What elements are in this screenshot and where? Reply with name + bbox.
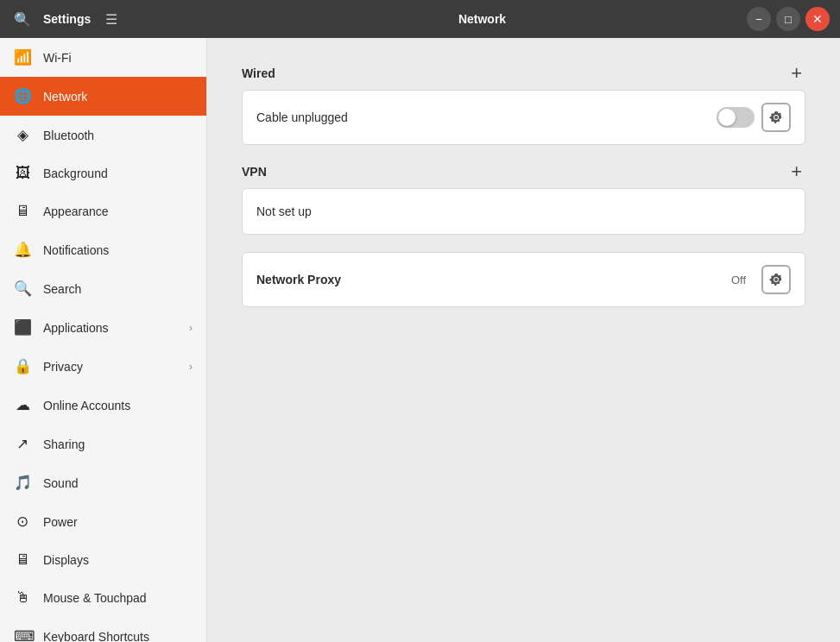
vpn-not-set-up-label: Not set up [256, 205, 791, 218]
cable-status-label: Cable unplugged [256, 110, 717, 124]
proxy-gear-icon [769, 273, 783, 286]
vpn-not-set-up-row: Not set up [243, 189, 805, 234]
gear-icon [769, 110, 783, 124]
wired-toggle[interactable] [717, 107, 755, 128]
sidebar-item-label: Appearance [43, 205, 193, 218]
titlebar-left: 🔍 Settings ☰ [10, 7, 218, 31]
proxy-status: Off [731, 274, 746, 286]
wifi-icon: 📶 [14, 48, 31, 66]
sidebar-item-appearance[interactable]: 🖥 Appearance [0, 192, 206, 230]
sidebar-item-label: Sound [43, 476, 193, 490]
sidebar-item-label: Notifications [43, 243, 193, 257]
wired-section-header: Wired + [242, 64, 805, 83]
sidebar-item-label: Mouse & Touchpad [43, 591, 193, 605]
main-layout: 📶 Wi-Fi 🌐 Network ◈ Bluetooth 🖼 Backgrou… [0, 38, 840, 642]
wired-add-button[interactable]: + [787, 64, 805, 83]
proxy-section: Network Proxy Off [242, 252, 805, 307]
wired-settings-button[interactable] [761, 103, 791, 132]
keyboard-icon: ⌨ [14, 627, 31, 642]
sidebar-item-label: Keyboard Shortcuts [43, 630, 193, 643]
sidebar-item-label: Power [43, 515, 193, 529]
sidebar-item-displays[interactable]: 🖥 Displays [0, 541, 206, 579]
sidebar: 📶 Wi-Fi 🌐 Network ◈ Bluetooth 🖼 Backgrou… [0, 38, 207, 642]
online-accounts-icon: ☁ [14, 396, 31, 414]
privacy-chevron: › [189, 361, 193, 373]
sidebar-item-keyboard-shortcuts[interactable]: ⌨ Keyboard Shortcuts [0, 617, 206, 642]
applications-chevron: › [189, 322, 193, 334]
search-nav-icon: 🔍 [14, 280, 31, 298]
titlebar-center: Network [218, 11, 747, 27]
sidebar-item-applications[interactable]: ⬛ Applications › [0, 308, 206, 347]
vpn-section-header: VPN + [242, 162, 805, 181]
sidebar-item-search[interactable]: 🔍 Search [0, 269, 206, 308]
sidebar-item-label: Search [43, 282, 193, 296]
sidebar-item-notifications[interactable]: 🔔 Notifications [0, 230, 206, 269]
notifications-icon: 🔔 [14, 241, 31, 259]
sidebar-item-background[interactable]: 🖼 Background [0, 154, 206, 192]
sidebar-item-label: Displays [43, 553, 193, 567]
displays-icon: 🖥 [14, 551, 31, 569]
sidebar-item-label: Bluetooth [43, 129, 193, 142]
app-title: Settings [43, 12, 91, 26]
proxy-label: Network Proxy [256, 273, 731, 286]
sidebar-item-label: Online Accounts [43, 399, 193, 412]
sound-icon: 🎵 [14, 474, 31, 492]
sidebar-item-label: Sharing [43, 437, 193, 451]
power-icon: ⊙ [14, 513, 31, 531]
bluetooth-icon: ◈ [14, 126, 31, 144]
sidebar-item-sound[interactable]: 🎵 Sound [0, 463, 206, 502]
sidebar-item-sharing[interactable]: ↗ Sharing [0, 425, 206, 463]
sidebar-item-privacy[interactable]: 🔒 Privacy › [0, 347, 206, 386]
sidebar-item-label: Privacy [43, 360, 177, 374]
proxy-card: Network Proxy Off [242, 252, 805, 307]
search-button[interactable]: 🔍 [10, 7, 35, 31]
wired-card: Cable unplugged [242, 90, 805, 145]
minimize-button[interactable]: − [747, 7, 771, 31]
applications-icon: ⬛ [14, 318, 31, 337]
appearance-icon: 🖥 [14, 203, 31, 220]
vpn-title: VPN [242, 165, 267, 179]
sidebar-item-wifi[interactable]: 📶 Wi-Fi [0, 38, 206, 77]
sidebar-item-power[interactable]: ⊙ Power [0, 502, 206, 541]
maximize-button[interactable]: □ [776, 7, 800, 31]
proxy-settings-button[interactable] [761, 265, 791, 294]
vpn-card: Not set up [242, 188, 805, 235]
proxy-row: Network Proxy Off [243, 253, 805, 306]
privacy-icon: 🔒 [14, 357, 31, 375]
vpn-section: VPN + Not set up [242, 162, 805, 235]
sidebar-item-network[interactable]: 🌐 Network [0, 77, 206, 116]
network-icon: 🌐 [14, 87, 31, 105]
sharing-icon: ↗ [14, 435, 31, 453]
wired-title: Wired [242, 66, 275, 80]
wired-cable-row: Cable unplugged [243, 91, 805, 144]
menu-button[interactable]: ☰ [99, 7, 123, 31]
background-icon: 🖼 [14, 165, 31, 182]
sidebar-item-mouse-touchpad[interactable]: 🖱 Mouse & Touchpad [0, 579, 206, 617]
page-title: Network [458, 12, 506, 26]
vpn-add-button[interactable]: + [787, 162, 805, 181]
sidebar-item-label: Background [43, 167, 193, 180]
sidebar-item-label: Network [43, 90, 193, 104]
content-area: Wired + Cable unplugged [207, 38, 840, 642]
sidebar-item-online-accounts[interactable]: ☁ Online Accounts [0, 386, 206, 425]
sidebar-item-label: Wi-Fi [43, 51, 193, 65]
wired-section: Wired + Cable unplugged [242, 64, 805, 145]
sidebar-item-bluetooth[interactable]: ◈ Bluetooth [0, 116, 206, 154]
mouse-icon: 🖱 [14, 589, 31, 607]
titlebar: 🔍 Settings ☰ Network − □ ✕ [0, 0, 840, 38]
close-button[interactable]: ✕ [805, 7, 830, 31]
titlebar-right: − □ ✕ [747, 7, 830, 31]
sidebar-item-label: Applications [43, 321, 177, 335]
